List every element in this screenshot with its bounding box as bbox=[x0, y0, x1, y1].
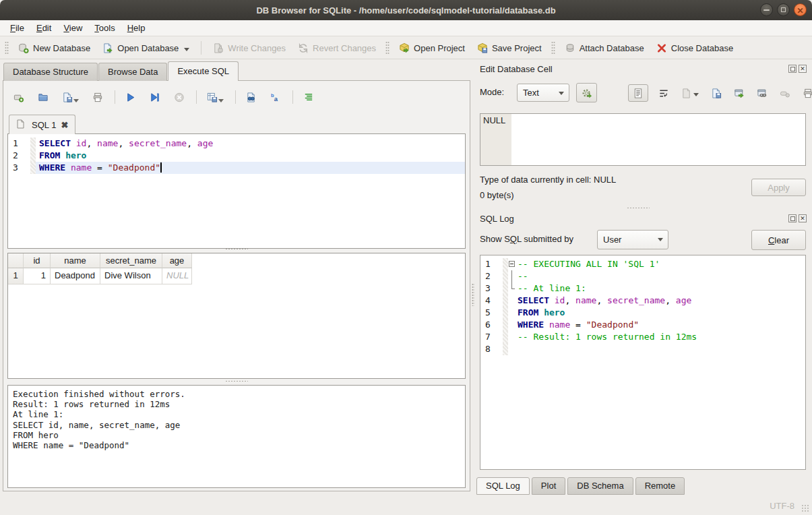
apply-button-label: Apply bbox=[768, 183, 790, 193]
tab-database-structure[interactable]: Database Structure bbox=[3, 63, 98, 81]
toolbar-separator bbox=[115, 90, 115, 104]
column-header-name[interactable]: name bbox=[51, 253, 100, 268]
mode-select[interactable]: Text bbox=[517, 84, 569, 102]
toolbar-drag-handle[interactable] bbox=[551, 41, 555, 55]
tab-execute-sql[interactable]: Execute SQL bbox=[168, 61, 239, 81]
splitter-handle[interactable] bbox=[225, 380, 248, 383]
print-button[interactable] bbox=[90, 90, 105, 104]
tab-sql-1[interactable]: SQL 1 ✖ bbox=[9, 115, 75, 134]
gear-apply-button[interactable] bbox=[576, 83, 597, 102]
gutter-margin bbox=[503, 307, 508, 319]
attach-database-icon bbox=[565, 42, 575, 53]
table-cell[interactable]: 1 bbox=[24, 268, 51, 284]
close-panel-icon[interactable]: ✕ bbox=[799, 214, 807, 222]
sql-editor[interactable]: 1SELECT id, name, secret_name, age2FROM … bbox=[7, 133, 466, 249]
new-database-icon bbox=[18, 42, 29, 53]
log-line: 1-- EXECUTING ALL IN 'SQL 1' bbox=[480, 258, 805, 270]
menu-view[interactable]: View bbox=[57, 21, 88, 35]
float-panel-icon[interactable] bbox=[788, 214, 797, 222]
close-database-button[interactable]: Close Database bbox=[650, 40, 740, 56]
set-null-button[interactable] bbox=[778, 86, 792, 100]
menu-mnemonic: V bbox=[63, 23, 69, 33]
tab-browse-data[interactable]: Browse Data bbox=[98, 63, 167, 81]
minimize-icon[interactable] bbox=[760, 3, 773, 16]
tab-remote[interactable]: Remote bbox=[635, 477, 685, 495]
write-changes-label: Write Changes bbox=[228, 43, 286, 53]
print-cell-button[interactable] bbox=[801, 86, 812, 100]
sql-log-view[interactable]: 1-- EXECUTING ALL IN 'SQL 1'2--3-- At li… bbox=[480, 255, 806, 470]
save-data-button[interactable] bbox=[709, 86, 724, 100]
revert-changes-icon bbox=[298, 42, 309, 53]
results-table[interactable]: idnamesecret_nameage11DeadpondDive Wilso… bbox=[7, 253, 466, 379]
save-sql-file-button[interactable] bbox=[60, 90, 81, 104]
column-header-id[interactable]: id bbox=[24, 253, 51, 268]
code-token: , bbox=[565, 295, 575, 305]
chevron-down-icon bbox=[559, 92, 564, 95]
submitted-by-select[interactable]: User bbox=[597, 230, 668, 249]
find-button[interactable] bbox=[244, 90, 259, 104]
execute-all-button[interactable] bbox=[123, 90, 138, 104]
menu-file[interactable]: File bbox=[4, 21, 30, 35]
new-database-button[interactable]: New Database bbox=[12, 40, 96, 56]
open-project-button[interactable]: Open Project bbox=[393, 40, 471, 56]
copy-link-button[interactable] bbox=[755, 86, 770, 100]
splitter-handle[interactable] bbox=[627, 207, 650, 210]
export-results-button[interactable] bbox=[205, 90, 226, 104]
splitter-handle[interactable] bbox=[472, 283, 474, 306]
resize-grip-icon[interactable] bbox=[801, 504, 809, 512]
menu-tools[interactable]: Tools bbox=[88, 21, 121, 35]
menu-help[interactable]: Help bbox=[121, 21, 152, 35]
attach-database-button[interactable]: Attach Database bbox=[559, 40, 650, 56]
table-cell[interactable]: Deadpond bbox=[51, 268, 100, 284]
stop-button[interactable] bbox=[172, 90, 187, 104]
execute-line-button[interactable] bbox=[148, 90, 162, 104]
open-sql-file-button[interactable] bbox=[36, 90, 51, 104]
open-database-button[interactable]: Open Database bbox=[96, 40, 195, 56]
fold-marker-icon bbox=[508, 270, 517, 282]
cell-editor-text-area[interactable] bbox=[511, 114, 805, 165]
sql-document-icon bbox=[16, 119, 27, 130]
close-tab-icon[interactable]: ✖ bbox=[61, 120, 68, 130]
text-mode-button[interactable] bbox=[628, 84, 648, 102]
column-header-secret-name[interactable]: secret_name bbox=[100, 253, 162, 268]
editor-line: 2FROM hero bbox=[8, 150, 465, 162]
write-changes-button[interactable]: Write Changes bbox=[207, 40, 292, 56]
new-sql-tab-button[interactable] bbox=[11, 90, 26, 104]
toolbar-drag-handle[interactable] bbox=[385, 41, 389, 55]
clear-button[interactable]: Clear bbox=[751, 230, 806, 250]
code-token bbox=[65, 162, 71, 173]
float-panel-icon[interactable] bbox=[788, 65, 797, 73]
cell-editor[interactable]: NULL bbox=[480, 113, 806, 166]
line-number: 1 bbox=[8, 138, 30, 150]
menu-edit[interactable]: Edit bbox=[30, 21, 57, 35]
autocomplete-button[interactable]: ba bbox=[268, 90, 283, 104]
title-bar[interactable]: DB Browser for SQLite - /home/user/code/… bbox=[0, 0, 812, 20]
apply-button[interactable]: Apply bbox=[751, 179, 806, 196]
close-panel-icon[interactable]: ✕ bbox=[799, 65, 807, 73]
toolbar-drag-handle[interactable] bbox=[5, 41, 9, 55]
code-text: -- EXECUTING ALL IN 'SQL 1' bbox=[517, 258, 805, 270]
open-external-button[interactable] bbox=[732, 86, 747, 100]
import-data-button[interactable] bbox=[679, 86, 701, 100]
close-icon[interactable]: ✕ bbox=[794, 3, 807, 16]
tab-plot[interactable]: Plot bbox=[532, 477, 565, 495]
tab-db-schema[interactable]: DB Schema bbox=[567, 477, 633, 495]
column-header-age[interactable]: age bbox=[162, 253, 192, 268]
format-sql-button[interactable] bbox=[301, 90, 316, 104]
revert-changes-button[interactable]: Revert Changes bbox=[292, 40, 382, 56]
maximize-icon[interactable] bbox=[777, 3, 790, 16]
word-wrap-button[interactable] bbox=[656, 86, 671, 100]
row-header[interactable]: 1 bbox=[8, 268, 24, 284]
tab-sql-log[interactable]: SQL Log bbox=[476, 477, 530, 495]
save-project-button[interactable]: Save Project bbox=[471, 40, 548, 56]
execute-sql-panel: ba SQL 1 ✖ 1SELECT id, name, secret_name… bbox=[3, 80, 470, 491]
table-cell[interactable]: NULL bbox=[162, 268, 192, 284]
log-line: 2-- bbox=[480, 270, 805, 282]
encoding-indicator: UTF-8 bbox=[770, 501, 794, 511]
submitted-by-value: User bbox=[603, 235, 621, 245]
splitter-handle[interactable] bbox=[225, 248, 248, 251]
close-database-icon bbox=[656, 42, 667, 53]
table-cell[interactable]: Dive Wilson bbox=[100, 268, 162, 284]
set-null-icon bbox=[780, 88, 790, 98]
code-token: SELECT bbox=[39, 138, 71, 148]
